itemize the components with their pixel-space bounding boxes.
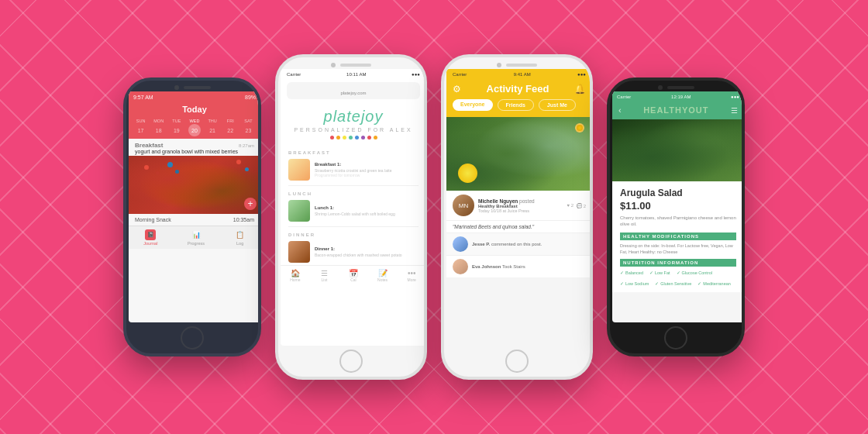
- phone-1-food-image: +: [129, 156, 260, 214]
- phone-4-nutrition-gluten: ✓ Gluten Sensitive: [655, 281, 691, 286]
- phone-3-activity-avatar: [453, 259, 468, 274]
- phone-1-journal-bar: 📓 Journal 📊 Progress 📋 Log: [129, 226, 260, 249]
- phone-1-weekdays: SUN 17 MON 18 TUE 19 WED 20: [129, 117, 260, 139]
- phone-4-app-title: HEALTHYOUT: [622, 105, 731, 115]
- phone-4-nutrition-title: NUTRITION INFORMATION: [620, 259, 736, 267]
- phone-3-activity-row: Eva Johnson Took Stairs: [446, 255, 592, 277]
- phone-2-tab-calendar[interactable]: 📅 Cal: [348, 269, 359, 282]
- phone-4-speaker: [667, 86, 694, 89]
- comment-icon: 💬 2: [577, 203, 586, 208]
- phone-2-dinner-thumb: [288, 241, 310, 263]
- phone-3-comment-1-avatar: [453, 236, 468, 252]
- phone-2-lunch-desc: Shrimp Lemon-Cobb salad with soft boiled…: [315, 212, 418, 216]
- phone-1-add-button[interactable]: +: [244, 198, 257, 210]
- phone-3-filter-justme[interactable]: Just Me: [539, 99, 576, 111]
- phone-3-commenter-1: Jesse P.: [472, 242, 491, 246]
- phone-2-header: platejoy PERSONALIZED FOR ALEX: [281, 102, 426, 147]
- check-icon-2: ✓: [649, 270, 653, 275]
- s1-day-thu: THU 21: [206, 119, 219, 136]
- phone-3-filter-bar: Everyone Friends Just Me: [446, 99, 592, 117]
- bell-icon[interactable]: 🔔: [574, 84, 586, 95]
- s1-day-wed[interactable]: WED 20: [188, 119, 201, 136]
- phone-4-modifications-title: HEALTHY MODIFICATIONS: [620, 232, 736, 240]
- phone-4-nutrition-glucose: ✓ Glucose Control: [677, 270, 712, 275]
- phone-4-carrier: Carrier: [617, 95, 631, 99]
- phone-4-menu-icon[interactable]: ☰: [731, 106, 738, 115]
- phone-2-tab-list[interactable]: ☰ List: [319, 269, 329, 282]
- gear-icon[interactable]: ⚙: [453, 84, 461, 95]
- phone-4: Carrier 12:19 AM ●●● ‹ HEALTHYOUT ☰: [607, 78, 745, 356]
- phone-1-meal-label: Breakfast: [135, 142, 163, 149]
- phone-3-post-date: Today 10/18 at Juice Press: [478, 208, 563, 213]
- check-icon-4: ✓: [620, 281, 624, 286]
- phone-1-speaker: [184, 86, 211, 89]
- phone-3-filter-friends[interactable]: Friends: [498, 99, 534, 111]
- phone-3-comment-1: Jesse P. commented on this post.: [446, 232, 592, 255]
- phone-3-title: Activity Feed: [461, 83, 574, 95]
- phones-container: 9:57 AM 89% Today SUN 17 MON 18: [0, 0, 868, 434]
- phone-2-dots: [288, 136, 418, 140]
- phone-4-dish-name: Arugula Salad: [620, 188, 736, 198]
- phone-4-header: ‹ HEALTHYOUT ☰: [612, 102, 744, 119]
- phone-1-tab-progress[interactable]: 📊 Progress: [188, 229, 205, 246]
- phone-3-speaker: [506, 64, 537, 67]
- phone-2-home-button[interactable]: [339, 350, 363, 373]
- phone-1-meal-time: 8:27am: [239, 143, 254, 148]
- notes-icon: 📝: [377, 269, 388, 277]
- phone-2-breakfast-title: Breakfast 1:: [315, 162, 418, 168]
- phone-3-status-bar: Carrier 9:41 AM ●●●: [446, 69, 592, 80]
- phone-1-time: 9:57 AM: [133, 95, 153, 100]
- phone-1: 9:57 AM 89% Today SUN 17 MON 18: [123, 78, 261, 356]
- phone-1-tab-journal[interactable]: 📓 Journal: [143, 229, 157, 246]
- phone-1-home-button[interactable]: [181, 326, 204, 350]
- phone-4-camera: [658, 85, 663, 90]
- s1-day-mon: MON 18: [153, 119, 165, 136]
- phone-4-modifications-text: Dressing on the side: In-bowl. For Lacto…: [620, 243, 736, 256]
- log-icon: 📋: [235, 229, 246, 240]
- phone-2-lunch-row: Lunch 1: Shrimp Lemon-Cobb salad with so…: [281, 198, 426, 224]
- phone-2-dinner-row: Dinner 1: Bacon-wrapped chicken with mas…: [281, 239, 426, 265]
- phone-3-post-avatar: MN: [453, 195, 474, 216]
- check-icon-6: ✓: [698, 281, 701, 286]
- phone-1-snack-label: Morning Snack: [135, 217, 171, 222]
- phone-3-home-button[interactable]: [505, 350, 529, 373]
- phone-2-lunch-title: Lunch 1:: [315, 205, 418, 212]
- phone-2-lunch-thumb: [288, 200, 310, 222]
- journal-icon: 📓: [145, 229, 156, 240]
- phone-4-description: Cherry tomatoes, shaved Parmigiano chees…: [620, 215, 736, 228]
- phone-4-status-bar: Carrier 12:19 AM ●●●: [612, 91, 744, 102]
- phone-3-post-username: Michelle Nguyen posted: [478, 198, 563, 204]
- s1-day-sun: SUN 17: [135, 119, 147, 136]
- phone-3-activity-user: Eva Johnson: [472, 264, 502, 269]
- phone-2-dinner-label: DINNER: [281, 229, 426, 239]
- calendar-icon: 📅: [348, 269, 359, 277]
- phone-1-tab-log[interactable]: 📋 Log: [235, 229, 246, 246]
- phone-2-breakfast-label: BREAKFAST: [281, 147, 426, 157]
- phone-4-price: $11.00: [620, 200, 736, 212]
- home-icon: 🏠: [290, 269, 301, 277]
- phone-2-status-bar: Carrier 10:11 AM ●●●: [281, 69, 426, 80]
- phone-2-url-bar[interactable]: platejoy.com: [287, 82, 420, 99]
- phone-2-carrier: Carrier: [287, 72, 301, 77]
- phone-3-caption: "Marinated Beets and quinoa salad.": [446, 220, 592, 232]
- phone-2-tab-more[interactable]: ••• More: [406, 269, 417, 282]
- phone-4-nutrition-balanced: ✓ Balanced: [620, 270, 643, 275]
- phone-4-content: Arugula Salad $11.00 Cherry tomatoes, sh…: [612, 181, 744, 292]
- phone-4-nutrition-items: ✓ Balanced ✓ Low Fat ✓ Glucose Control ✓…: [620, 270, 736, 286]
- phone-2-breakfast-row: Breakfast 1: Strawberry ricotta crostini…: [281, 157, 426, 183]
- like-icon: ♥ 2: [567, 203, 574, 208]
- phone-2-tab-home[interactable]: 🏠 Home: [290, 269, 301, 282]
- phone-3-carrier: Carrier: [453, 72, 467, 77]
- phone-4-food-image: [612, 119, 744, 181]
- phone-3-flower-decoration: [458, 164, 477, 183]
- phone-1-title: Today: [182, 105, 207, 114]
- phone-3-filter-everyone[interactable]: Everyone: [453, 99, 493, 111]
- s1-day-sat: SAT 23: [242, 119, 254, 136]
- phone-2-dinner-desc: Bacon-wrapped chicken with mashed sweet …: [315, 253, 418, 257]
- phone-2-tab-notes[interactable]: 📝 Notes: [377, 269, 388, 282]
- phone-1-meal-section: Breakfast 8:27am yogurt and granola bowl…: [129, 139, 260, 156]
- phone-4-home-button[interactable]: [664, 326, 687, 350]
- check-icon-3: ✓: [677, 270, 680, 275]
- phone-1-camera: [174, 85, 179, 90]
- phone-2-time: 10:11 AM: [346, 72, 366, 77]
